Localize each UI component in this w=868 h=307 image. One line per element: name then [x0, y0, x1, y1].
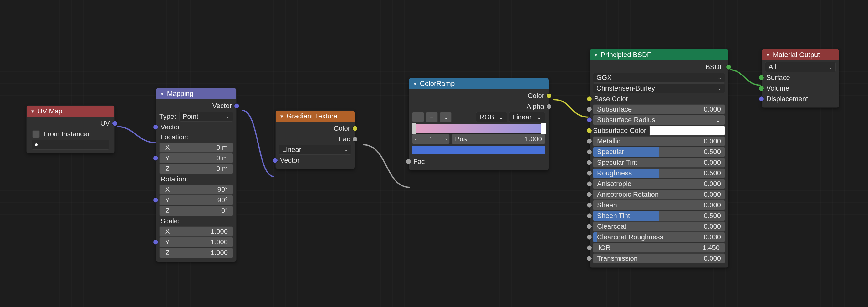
slider-roughness[interactable]: Roughness0.500: [593, 168, 725, 178]
swatch-subsurface-color[interactable]: [649, 125, 725, 136]
socket-label-fac: Fac: [413, 158, 425, 166]
num-rotation-z[interactable]: Z0°: [159, 206, 233, 216]
select-distribution[interactable]: GGX ⌄: [593, 73, 725, 83]
collapse-icon[interactable]: ▼: [766, 52, 770, 58]
node-header-output[interactable]: ▼ Material Output: [762, 49, 839, 60]
select-color-mode[interactable]: RGB ⌄: [476, 112, 507, 122]
ramp-stop-1[interactable]: [541, 123, 546, 134]
socket-in-surface[interactable]: [759, 75, 764, 81]
socket-in-clearcoat-roughness[interactable]: [587, 235, 592, 240]
socket-in-ior[interactable]: [587, 245, 592, 251]
socket-in-base-color[interactable]: [587, 96, 592, 102]
socket-label-alpha: Alpha: [527, 103, 544, 111]
socket-in-vector[interactable]: [153, 125, 158, 130]
ramp-gradient[interactable]: [412, 124, 546, 134]
socket-in-roughness[interactable]: [587, 171, 592, 176]
collapse-icon[interactable]: ▼: [30, 109, 35, 114]
slider-subsurface[interactable]: Subsurface0.000: [593, 104, 725, 114]
socket-in-sheen-tint[interactable]: [587, 213, 592, 219]
node-header-uv-map[interactable]: ▼ UV Map: [27, 106, 114, 117]
socket-in-volume[interactable]: [759, 86, 764, 91]
node-gradient-texture[interactable]: ▼ Gradient Texture Color Fac Linear ⌄ Ve…: [275, 110, 355, 169]
socket-in-location[interactable]: [153, 156, 158, 161]
select-target[interactable]: All ⌄: [765, 62, 836, 72]
field-ior[interactable]: IOR1.450: [593, 243, 725, 253]
ramp-menu-button[interactable]: ⌄: [440, 112, 452, 122]
slider-sheen-tint[interactable]: Sheen Tint0.500: [593, 211, 725, 221]
socket-in-sheen[interactable]: [587, 203, 592, 208]
socket-out-alpha[interactable]: [546, 104, 552, 109]
node-header-bsdf[interactable]: ▼ Principled BSDF: [590, 49, 728, 60]
node-material-output[interactable]: ▼ Material Output All ⌄ Surface Volume D…: [762, 49, 839, 108]
socket-in-rotation[interactable]: [153, 198, 158, 203]
socket-in-fac[interactable]: [406, 159, 411, 165]
socket-in-vector[interactable]: [273, 158, 278, 163]
num-scale-y[interactable]: Y1.000: [159, 237, 233, 247]
socket-out-bsdf[interactable]: [726, 64, 731, 70]
socket-label-surface: Surface: [766, 74, 790, 82]
slider-specular-tint[interactable]: Specular Tint0.000: [593, 158, 725, 168]
field-subsurface-radius[interactable]: Subsurface Radius⌄: [593, 115, 725, 125]
slider-transmission[interactable]: Transmission0.000: [593, 253, 725, 263]
socket-in-anisotropic-rotation[interactable]: [587, 192, 592, 197]
socket-out-vector[interactable]: [234, 103, 239, 109]
slider-anisotropic[interactable]: Anisotropic0.000: [593, 179, 725, 189]
ramp-pos-field[interactable]: Pos 1.000: [452, 134, 546, 144]
chevron-left-icon[interactable]: ‹: [415, 137, 416, 142]
socket-label-color: Color: [334, 124, 350, 133]
ramp-index-field[interactable]: ‹ 1 ›: [412, 134, 450, 144]
node-colorramp[interactable]: ▼ ColorRamp Color Alpha + − ⌄ RGB ⌄ Line…: [409, 78, 549, 170]
collapse-icon[interactable]: ▼: [413, 81, 417, 86]
socket-out-color[interactable]: [352, 126, 358, 131]
ramp-color-swatch[interactable]: [412, 146, 546, 155]
num-location-y[interactable]: Y0 m: [159, 153, 233, 163]
socket-in-subsurface-radius[interactable]: [587, 117, 592, 123]
socket-in-specular-tint[interactable]: [587, 160, 592, 165]
slider-specular[interactable]: Specular0.500: [593, 147, 725, 157]
node-title: Gradient Texture: [287, 112, 337, 120]
collapse-icon[interactable]: ▼: [279, 114, 284, 119]
select-type[interactable]: Point ⌄: [179, 112, 233, 121]
socket-in-specular[interactable]: [587, 149, 592, 155]
num-location-z[interactable]: Z0 m: [159, 164, 233, 174]
ramp-add-button[interactable]: +: [412, 112, 424, 122]
node-header-colorramp[interactable]: ▼ ColorRamp: [409, 78, 549, 89]
socket-in-subsurface-color[interactable]: [587, 128, 592, 134]
node-header-gradient[interactable]: ▼ Gradient Texture: [276, 111, 354, 122]
socket-out-uv[interactable]: [112, 121, 117, 126]
socket-label-uv: UV: [100, 119, 110, 128]
chevron-right-icon[interactable]: ›: [445, 137, 447, 142]
socket-out-color[interactable]: [546, 93, 552, 99]
slider-clearcoat[interactable]: Clearcoat0.000: [593, 221, 725, 231]
select-subsurf-method[interactable]: Christensen-Burley ⌄: [593, 83, 725, 93]
uvmap-field[interactable]: [32, 140, 109, 150]
checkbox-from-instancer[interactable]: [32, 130, 40, 138]
socket-in-anisotropic[interactable]: [587, 182, 592, 187]
slider-anisotropic-rotation[interactable]: Anisotropic Rotation0.000: [593, 190, 725, 200]
collapse-icon[interactable]: ▼: [160, 91, 164, 96]
num-scale-x[interactable]: X1.000: [159, 226, 233, 236]
socket-out-fac[interactable]: [352, 137, 358, 142]
socket-in-clearcoat[interactable]: [587, 224, 592, 229]
slider-sheen[interactable]: Sheen0.000: [593, 200, 725, 210]
node-uv-map[interactable]: ▼ UV Map UV From Instancer: [26, 105, 115, 154]
socket-in-displacement[interactable]: [759, 96, 764, 102]
ramp-remove-button[interactable]: −: [426, 112, 438, 122]
socket-in-scale[interactable]: [153, 240, 158, 245]
node-header-mapping[interactable]: ▼ Mapping: [156, 88, 236, 99]
socket-in-metallic[interactable]: [587, 139, 592, 144]
node-principled-bsdf[interactable]: ▼ Principled BSDF BSDF GGX ⌄ Christensen…: [590, 49, 728, 268]
ramp-stop-0[interactable]: [412, 123, 416, 134]
num-rotation-x[interactable]: X90°: [159, 185, 233, 195]
slider-metallic[interactable]: Metallic0.000: [593, 136, 725, 146]
collapse-icon[interactable]: ▼: [594, 52, 598, 58]
node-mapping[interactable]: ▼ Mapping Vector Type: Point ⌄ Vector Lo…: [156, 88, 237, 262]
num-rotation-y[interactable]: Y90°: [159, 195, 233, 205]
num-location-x[interactable]: X0 m: [159, 142, 233, 152]
slider-clearcoat-roughness[interactable]: Clearcoat Roughness0.030: [593, 232, 725, 242]
socket-in-subsurface[interactable]: [587, 107, 592, 112]
select-gradient-mode[interactable]: Linear ⌄: [279, 145, 351, 155]
socket-in-transmission[interactable]: [587, 256, 592, 261]
select-interpolation[interactable]: Linear ⌄: [509, 112, 546, 122]
num-scale-z[interactable]: Z1.000: [159, 248, 233, 258]
